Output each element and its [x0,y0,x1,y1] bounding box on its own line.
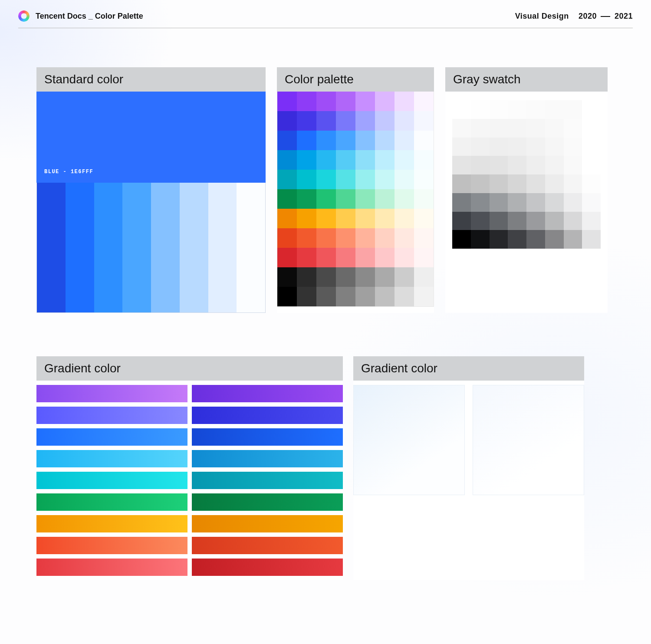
palette-swatch [297,267,316,287]
gray-swatch-cell [545,138,564,156]
palette-swatch [355,209,375,228]
palette-swatch [336,287,355,306]
gray-swatch-cell [490,193,508,212]
palette-swatch [297,92,316,111]
shade-swatch [180,183,208,312]
palette-swatch [277,248,297,267]
palette-swatch [395,267,414,287]
palette-swatch [375,189,395,209]
page-title: Tencent Docs _ Color Palette [36,12,143,21]
palette-swatch [395,248,414,267]
gray-swatch-cell [490,212,508,230]
palette-swatch [414,92,434,111]
palette-swatch [336,92,355,111]
shade-swatch [94,183,123,312]
palette-swatch [336,189,355,209]
palette-swatch [316,248,336,267]
gray-swatch-cell [582,230,601,249]
gray-swatch-cell [452,212,471,230]
palette-swatch [297,209,316,228]
gray-swatch-cell [526,119,545,138]
palette-swatch [297,228,316,248]
shade-swatch [151,183,180,312]
gray-swatch-cell [452,156,471,174]
gray-swatch-cell [508,119,526,138]
standard-color-title: Standard color [36,67,266,92]
palette-swatch [355,150,375,170]
gray-swatch-cell [490,138,508,156]
gradient-color-left-title: Gradient color [36,356,343,381]
palette-swatch [336,111,355,131]
gray-swatch-cell [471,156,490,174]
gray-swatch-cell [545,193,564,212]
gray-swatch-cell [508,174,526,193]
palette-swatch [277,111,297,131]
palette-swatch [375,228,395,248]
gray-swatch-cell [582,174,601,193]
gray-swatch-cell [490,156,508,174]
palette-swatch [316,228,336,248]
gray-swatch-cell [582,119,601,138]
gradient-bar-dark [192,515,343,532]
gray-swatch-cell [526,193,545,212]
gray-swatch-cell [508,193,526,212]
palette-swatch [355,92,375,111]
palette-swatch [355,248,375,267]
palette-swatch [395,150,414,170]
gradient-color-card-left: Gradient color [36,356,343,580]
palette-swatch [277,228,297,248]
gradient-bar-dark [192,472,343,489]
year-from: 2020 [579,12,597,20]
palette-swatch [414,248,434,267]
standard-color-hero: BLUE - 1E6FFF [36,92,266,183]
year-range-dash-icon [601,16,610,17]
gradient-bar-light [36,515,187,532]
standard-shade-row [36,183,266,313]
topbar-meta: Visual Design 2020 2021 [515,12,633,21]
palette-swatch [297,111,316,131]
gradient-bar-dark [192,407,343,424]
palette-swatch [375,131,395,150]
gray-swatch-cell [508,138,526,156]
palette-swatch [336,248,355,267]
gray-swatch-cell [471,174,490,193]
gradient-bar-light [36,428,187,446]
palette-swatch [277,209,297,228]
gradient-color-card-right: Gradient color [353,356,584,580]
gray-swatch-cell [508,100,526,119]
gray-swatch-cell [564,212,582,230]
gradient-bar-list [36,381,343,576]
palette-swatch [375,267,395,287]
gray-swatch-cell [471,193,490,212]
gray-grid [452,100,601,249]
palette-swatch [375,111,395,131]
gray-swatch-cell [545,174,564,193]
gray-swatch-cell [582,156,601,174]
gradient-box [353,385,465,495]
gradient-bar-light [36,493,187,511]
gray-swatch-cell [526,212,545,230]
palette-swatch [277,287,297,306]
gradient-bar-light [36,407,187,424]
palette-swatch [395,92,414,111]
gray-swatch-cell [452,100,471,119]
palette-swatch [297,170,316,189]
gray-swatch-cell [452,138,471,156]
gradient-pair [36,559,343,576]
palette-swatch [277,92,297,111]
palette-swatch [336,228,355,248]
palette-swatch [316,189,336,209]
gray-swatch-cell [490,174,508,193]
palette-swatch [316,111,336,131]
palette-swatch [297,189,316,209]
palette-swatch [277,131,297,150]
palette-swatch [375,150,395,170]
gray-swatch-cell [508,212,526,230]
palette-swatch [355,170,375,189]
gray-swatch-cell [564,156,582,174]
gradient-bar-dark [192,537,343,554]
gray-swatch-cell [471,138,490,156]
palette-swatch [375,209,395,228]
gradient-pair [36,385,343,402]
shade-swatch [66,183,94,312]
